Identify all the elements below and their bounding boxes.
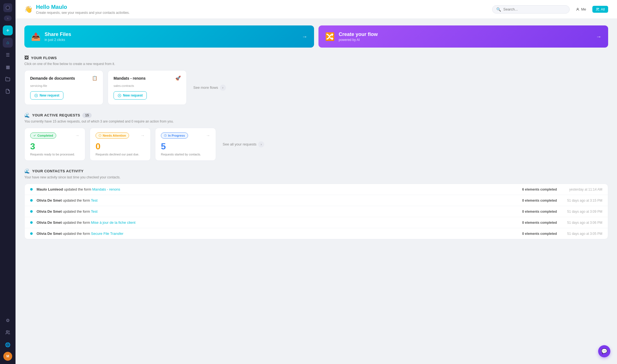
share-files-arrow: → <box>302 33 307 40</box>
activity-text-4: Olivia De Smet updated the form Secure F… <box>37 232 518 236</box>
activity-meta-4: 0 elements completed 51 days ago at 3:05… <box>518 232 602 236</box>
activity-dot <box>30 188 33 191</box>
active-requests-title: YOUR ACTIVE REQUESTS <box>32 113 80 117</box>
activity-action-4: updated the form <box>63 232 91 236</box>
flow-card-0-title: Demande de documents <box>30 76 75 80</box>
completed-count: 3 <box>30 141 79 152</box>
activity-meta-1: 0 elements completed 51 days ago at 3:15… <box>518 199 602 202</box>
stat-card-completed-header: Completed → <box>30 132 79 139</box>
create-flow-card[interactable]: 🔀 Create your flow powered by AI → <box>318 25 608 48</box>
search-box[interactable]: 🔍 <box>492 5 570 14</box>
activity-count-3: 0 elements completed <box>518 221 557 225</box>
page-title: Hello Maulo <box>36 4 130 10</box>
activity-meta-0: 6 elements completed yesterday at 11:14 … <box>518 188 602 191</box>
sidebar-logo <box>3 3 12 12</box>
activity-text-1: Olivia De Smet updated the form Test <box>37 198 518 202</box>
requests-cards: Completed → 3 Requests ready to be proce… <box>24 128 608 161</box>
new-request-button-0[interactable]: New request <box>30 91 63 100</box>
activity-action-1: updated the form <box>63 198 91 202</box>
activity-person-4: Olivia De Smet <box>37 232 62 236</box>
activity-person-0: Maulo Lumleod <box>37 187 63 191</box>
see-more-flows-link[interactable]: See more flows › <box>193 85 226 91</box>
progress-arrow[interactable]: → <box>206 133 210 138</box>
stat-card-progress: In Progress → 5 Requests started by cont… <box>155 128 216 161</box>
sidebar-item-list[interactable]: ☰ <box>3 50 13 60</box>
all-button[interactable]: All <box>592 6 608 13</box>
sidebar-item-grid[interactable]: ▦ <box>3 62 13 72</box>
flow-card-1-icon: 🚀 <box>175 76 181 81</box>
contacts-activity-sub: Your have new activity since last time y… <box>24 175 608 179</box>
completed-badge: Completed <box>30 132 56 139</box>
sidebar-collapse-button[interactable]: › <box>4 15 12 21</box>
chat-bubble-button[interactable]: 💬 <box>598 345 610 357</box>
create-flow-text: Create your flow powered by AI <box>339 32 378 42</box>
share-files-icon: 📤 <box>31 32 41 41</box>
activity-count-1: 0 elements completed <box>518 199 557 202</box>
activity-person-3: Olivia De Smet <box>37 220 62 225</box>
sidebar-bottom: ⚙ 🌐 M <box>3 315 13 361</box>
activity-action-3: updated the form <box>63 220 91 225</box>
progress-badge: In Progress <box>161 132 188 139</box>
activity-time-0: yesterday at 11:14 AM <box>564 188 602 191</box>
flows-section-header: 🖼 YOUR FLOWS <box>24 55 608 60</box>
flows-row: Demande de documents 📋 servicing-file Ne… <box>24 70 608 105</box>
flow-card-1-tag: sales-contracts <box>114 84 181 87</box>
flows-section: 🖼 YOUR FLOWS Click on one of the flow be… <box>24 55 608 105</box>
header-right: 🔍 Me All <box>492 5 608 14</box>
progress-desc: Requests started by contacts. <box>161 153 210 156</box>
stat-card-attention: Needs Attention → 0 Requests declined ou… <box>90 128 151 161</box>
sidebar-settings-icon[interactable]: ⚙ <box>3 315 13 325</box>
completed-desc: Requests ready to be processed. <box>30 153 79 156</box>
sidebar-item-doc[interactable] <box>3 86 13 96</box>
svg-point-1 <box>577 8 579 9</box>
svg-point-3 <box>598 8 599 9</box>
share-files-card[interactable]: 📤 Share Files in just 2 clicks → <box>24 25 314 48</box>
flow-card-0-header: Demande de documents 📋 <box>30 76 97 81</box>
progress-count: 5 <box>161 141 210 152</box>
svg-point-2 <box>596 8 598 9</box>
activity-person-1: Olivia De Smet <box>37 198 62 202</box>
create-flow-icon: 🔀 <box>325 32 335 41</box>
flow-card-0: Demande de documents 📋 servicing-file Ne… <box>24 70 103 105</box>
activity-dot <box>30 210 33 213</box>
new-request-button-1[interactable]: New request <box>114 91 147 100</box>
sidebar-users-icon[interactable] <box>3 327 13 337</box>
sidebar: › + ⌂ ☰ ▦ ⚙ 🌐 M <box>0 0 16 364</box>
header: 👋 Hello Maulo Create requests, see your … <box>16 0 617 19</box>
see-all-requests-arrow: › <box>258 141 264 147</box>
attention-arrow[interactable]: → <box>140 133 145 138</box>
see-all-requests-link[interactable]: See all your requests › <box>223 141 264 147</box>
activity-link-0[interactable]: Mandats - renons <box>92 187 120 191</box>
active-requests-section: 🌊 YOUR ACTIVE REQUESTS 15 You currently … <box>24 113 608 161</box>
contacts-activity-title: YOUR CONTACTS ACTIVITY <box>32 169 84 173</box>
share-files-left: 📤 Share Files in just 2 clicks <box>31 32 71 42</box>
completed-arrow[interactable]: → <box>75 133 79 138</box>
logo-dot <box>6 6 10 10</box>
search-input[interactable] <box>503 7 565 11</box>
activity-count-4: 0 elements completed <box>518 232 557 236</box>
sidebar-item-home[interactable]: ⌂ <box>3 38 13 48</box>
attention-desc: Requests declined our past due. <box>96 153 145 156</box>
share-files-title: Share Files <box>45 32 71 37</box>
sidebar-avatar[interactable]: M <box>3 352 12 361</box>
sidebar-globe-icon[interactable]: 🌐 <box>3 340 13 350</box>
activity-link-4[interactable]: Secure File Transfer <box>91 232 124 236</box>
activity-text-3: Olivia De Smet updated the form Mise à j… <box>37 220 518 225</box>
me-button[interactable]: Me <box>573 6 589 13</box>
contacts-activity-icon: 🌊 <box>24 168 30 174</box>
sidebar-item-folder[interactable] <box>3 74 13 84</box>
activity-link-1[interactable]: Test <box>91 198 97 202</box>
flow-card-1-header: Mandats - renons 🚀 <box>114 76 181 81</box>
stat-card-attention-header: Needs Attention → <box>96 132 145 139</box>
flow-card-1: Mandats - renons 🚀 sales-contracts New r… <box>108 70 187 105</box>
create-flow-sub: powered by AI <box>339 38 378 42</box>
activity-text-2: Olivia De Smet updated the form Test <box>37 209 518 214</box>
activity-link-2[interactable]: Test <box>91 209 97 214</box>
search-icon: 🔍 <box>496 7 501 12</box>
activity-row: Olivia De Smet updated the form Test 0 e… <box>25 206 608 217</box>
activity-row: Olivia De Smet updated the form Test 0 e… <box>25 195 608 206</box>
header-left: 👋 Hello Maulo Create requests, see your … <box>24 4 130 15</box>
flow-card-1-title: Mandats - renons <box>114 76 146 80</box>
activity-link-3[interactable]: Mise à jour de la fiche client <box>91 220 135 225</box>
sidebar-add-button[interactable]: + <box>3 25 13 35</box>
